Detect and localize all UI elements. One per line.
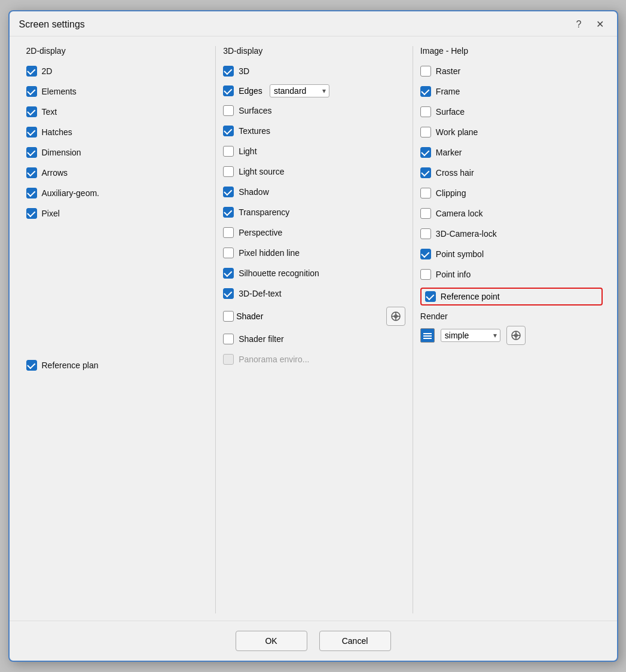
- label-3d: 3D: [239, 66, 249, 76]
- label-surfaces: Surfaces: [239, 106, 271, 115]
- image-help-header: Image - Help: [420, 46, 603, 56]
- label-3d-def-text: 3D-Def-text: [239, 289, 282, 298]
- check-item-light-source: Light source: [223, 164, 405, 179]
- check-item-camera-lock: Camera lock: [420, 206, 603, 221]
- checkbox-marker[interactable]: [420, 147, 431, 158]
- checkbox-shader-filter[interactable]: [223, 334, 234, 344]
- checkbox-3d-camera-lock[interactable]: [420, 228, 431, 239]
- checkbox-surfaces[interactable]: [223, 105, 234, 116]
- edges-dropdown[interactable]: standard outline none: [270, 84, 329, 97]
- checkbox-shader[interactable]: [223, 311, 234, 322]
- checkbox-silhouette-recognition[interactable]: [223, 268, 234, 279]
- label-frame: Frame: [436, 87, 460, 96]
- check-item-panorama-enviro: Panorama enviro...: [223, 352, 405, 366]
- label-point-symbol: Point symbol: [436, 249, 484, 259]
- check-item-light: Light: [223, 144, 405, 158]
- check-item-frame: Frame: [420, 84, 603, 99]
- checkbox-perspective[interactable]: [223, 227, 234, 238]
- column-2d: 2D-display 2D Elements: [19, 46, 216, 613]
- check-item-point-symbol: Point symbol: [420, 247, 603, 261]
- label-reference-plan: Reference plan: [42, 361, 99, 370]
- checkbox-work-plane[interactable]: [420, 127, 431, 138]
- check-item-textures: Textures: [223, 124, 405, 138]
- checkbox-3d-def-text[interactable]: [223, 288, 234, 299]
- label-dimension: Dimension: [42, 148, 81, 157]
- close-button[interactable]: ✕: [593, 17, 607, 31]
- checkbox-text[interactable]: [26, 106, 37, 117]
- checkbox-clipping[interactable]: [420, 188, 431, 198]
- checkbox-raster[interactable]: [420, 66, 431, 77]
- label-shadow: Shadow: [239, 187, 269, 197]
- check-item-dimension: Dimension: [26, 145, 209, 160]
- check-item-3d-def-text: 3D-Def-text: [223, 286, 405, 301]
- checkbox-elements[interactable]: [26, 86, 37, 97]
- checkbox-light[interactable]: [223, 146, 234, 157]
- checkbox-surface[interactable]: [420, 106, 431, 117]
- check-item-surface: Surface: [420, 105, 603, 119]
- checkbox-frame[interactable]: [420, 86, 431, 97]
- label-work-plane: Work plane: [436, 127, 478, 137]
- checkbox-shadow[interactable]: [223, 187, 234, 197]
- cancel-button[interactable]: Cancel: [319, 631, 391, 651]
- check-item-reference-plan: Reference plan: [26, 358, 209, 372]
- checkbox-panorama-enviro[interactable]: [223, 354, 234, 365]
- label-marker: Marker: [436, 148, 462, 157]
- render-row: simple standard advanced: [420, 326, 603, 345]
- shader-settings-button[interactable]: [386, 307, 405, 326]
- render-settings-button[interactable]: [506, 326, 526, 345]
- render-dropdown[interactable]: simple standard advanced: [441, 329, 500, 342]
- edges-dropdown-wrapper: standard outline none: [267, 84, 329, 97]
- label-camera-lock: Camera lock: [436, 209, 483, 218]
- checkbox-hatches[interactable]: [26, 127, 37, 138]
- checkbox-pixel-hidden-line[interactable]: [223, 248, 234, 258]
- check-item-pixel: Pixel: [26, 206, 209, 221]
- reference-point-box: Reference point: [420, 288, 603, 306]
- checkbox-reference-point[interactable]: [425, 291, 436, 302]
- render-dropdown-wrapper: simple standard advanced: [438, 329, 500, 342]
- check-item-auxiliary-geom: Auxiliary-geom.: [26, 186, 209, 200]
- checkbox-2d[interactable]: [26, 66, 37, 77]
- label-panorama-enviro: Panorama enviro...: [239, 355, 309, 364]
- checkbox-3d[interactable]: [223, 66, 234, 77]
- shader-settings-icon: [390, 311, 401, 322]
- render-icon: [420, 328, 435, 343]
- check-item-silhouette-recognition: Silhouette recognition: [223, 266, 405, 280]
- label-light: Light: [239, 146, 256, 156]
- screen-settings-dialog: Screen settings ? ✕ 2D-display 2D: [8, 10, 618, 662]
- checkbox-textures[interactable]: [223, 126, 234, 136]
- svg-rect-6: [423, 338, 432, 339]
- check-item-3d: 3D: [223, 64, 405, 78]
- column-3d: 3D-display 3D Edges standard o: [216, 46, 413, 613]
- checkbox-arrows[interactable]: [26, 167, 37, 178]
- check-item-3d-camera-lock: 3D-Camera-lock: [420, 227, 603, 241]
- label-elements: Elements: [42, 87, 77, 96]
- help-button[interactable]: ?: [573, 18, 585, 31]
- checkbox-edges[interactable]: [223, 85, 234, 96]
- checkbox-light-source[interactable]: [223, 166, 234, 177]
- check-item-cross-hair: Cross hair: [420, 166, 603, 180]
- checkbox-auxiliary-geom[interactable]: [26, 188, 37, 198]
- label-silhouette-recognition: Silhouette recognition: [239, 268, 319, 278]
- label-cross-hair: Cross hair: [436, 168, 474, 178]
- dialog-content: 2D-display 2D Elements: [10, 36, 617, 621]
- checkbox-point-info[interactable]: [420, 269, 431, 280]
- check-item-raster: Raster: [420, 64, 603, 78]
- label-surface: Surface: [436, 107, 465, 117]
- ok-button[interactable]: OK: [236, 631, 307, 651]
- check-item-transparency: Transparency: [223, 205, 405, 219]
- checkbox-point-symbol[interactable]: [420, 249, 431, 259]
- check-item-clipping: Clipping: [420, 186, 603, 200]
- checkbox-reference-plan[interactable]: [26, 360, 37, 371]
- check-item-2d: 2D: [26, 64, 209, 78]
- title-actions: ? ✕: [573, 17, 607, 31]
- checkbox-transparency[interactable]: [223, 207, 234, 218]
- checkbox-pixel[interactable]: [26, 208, 37, 219]
- label-2d: 2D: [42, 66, 53, 76]
- check-item-perspective: Perspective: [223, 225, 405, 240]
- checkbox-dimension[interactable]: [26, 147, 37, 158]
- checkbox-cross-hair[interactable]: [420, 167, 431, 178]
- 3d-display-header: 3D-display: [223, 46, 405, 56]
- dialog-title: Screen settings: [19, 19, 85, 30]
- label-perspective: Perspective: [239, 228, 282, 237]
- checkbox-camera-lock[interactable]: [420, 208, 431, 219]
